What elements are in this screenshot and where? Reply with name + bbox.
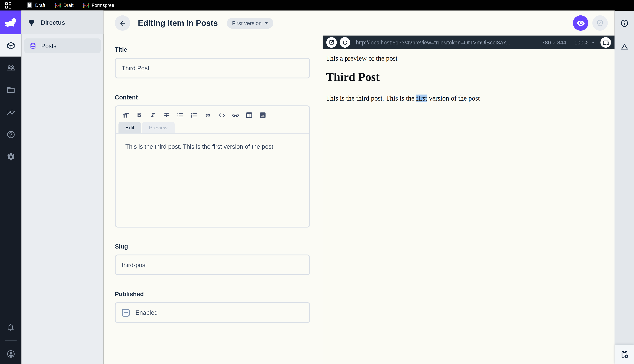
published-field-group: Published Enabled [115, 290, 310, 323]
code-button[interactable] [217, 110, 226, 120]
italic-icon [149, 112, 157, 119]
shield-check-icon [596, 19, 604, 27]
refresh-button[interactable] [340, 37, 350, 48]
content-field-group: Content [115, 94, 310, 227]
info-button[interactable] [620, 19, 629, 29]
back-button[interactable] [115, 16, 130, 31]
bullet-list-icon [177, 112, 184, 119]
responsive-mode-button[interactable] [600, 37, 611, 48]
bold-button[interactable] [134, 110, 144, 120]
changes-button[interactable] [620, 42, 629, 52]
module-settings[interactable] [0, 146, 22, 168]
heading-button[interactable] [121, 110, 130, 120]
heading-icon [122, 111, 129, 119]
preview-heading: Third Post [326, 70, 611, 84]
slug-label: Slug [115, 243, 310, 250]
live-preview-button[interactable] [573, 16, 588, 31]
link-button[interactable] [231, 110, 240, 120]
title-input[interactable]: Third Post [115, 58, 310, 78]
caret-down-icon [265, 22, 268, 24]
permissions-button[interactable] [592, 16, 608, 31]
directus-logo[interactable] [0, 10, 22, 34]
browser-tab[interactable]: 31 Draft [27, 2, 45, 8]
published-label: Published [115, 290, 310, 298]
module-insights[interactable] [0, 101, 22, 123]
sidebar-item-posts[interactable]: Posts [24, 38, 101, 53]
browser-tab[interactable]: Draft [55, 3, 74, 8]
table-button[interactable] [244, 110, 254, 120]
browser-tab-strip: 31 Draft Draft Formspree [0, 0, 634, 10]
slug-input[interactable]: third-post [115, 254, 310, 275]
image-button[interactable] [258, 110, 268, 120]
paragraph-text: This is the third post. This is the [326, 95, 416, 102]
clipboard-clock-icon [620, 350, 629, 359]
page-title: Editing Item in Posts [138, 18, 218, 28]
title-field-group: Title Third Post [115, 46, 310, 78]
open-in-new-button[interactable] [326, 37, 337, 48]
tab-preview[interactable]: Preview [142, 122, 175, 133]
devices-icon [603, 40, 609, 46]
module-content[interactable] [0, 34, 22, 57]
database-icon [30, 42, 37, 49]
module-help[interactable] [0, 123, 22, 146]
editor-tabs: Edit Preview [116, 122, 309, 133]
account-button[interactable] [0, 344, 22, 364]
preview-dimensions: 780 × 844 [542, 40, 566, 46]
highlighted-text: first [416, 95, 427, 102]
version-selector[interactable]: First version [227, 18, 273, 29]
browser-tab[interactable]: Formspree [83, 3, 114, 8]
revisions-button[interactable] [615, 345, 634, 364]
project-logo-icon [28, 18, 36, 26]
italic-button[interactable] [148, 110, 158, 120]
gear-icon [6, 152, 15, 161]
preview-paragraph: This is the third post. This is the firs… [326, 95, 611, 102]
link-icon [231, 111, 239, 119]
divider [5, 340, 16, 340]
checkbox-label: Enabled [136, 309, 158, 316]
blockquote-button[interactable] [203, 110, 213, 120]
cube-icon [6, 41, 15, 50]
browser-tab-label: Formspree [92, 3, 114, 8]
calendar-icon: 31 [27, 2, 32, 8]
triangle-icon [620, 42, 629, 51]
rabbit-icon [3, 17, 18, 27]
live-preview-panel: http://localhost:5173/4?preview=true&tok… [323, 36, 614, 364]
project-header[interactable]: Directus [22, 10, 104, 34]
collection-nav: Posts [22, 34, 104, 57]
svg-text:31: 31 [29, 5, 31, 7]
slug-field-group: Slug third-post [115, 243, 310, 275]
indeterminate-checkbox[interactable] [122, 308, 130, 316]
users-icon [6, 63, 15, 72]
help-icon [6, 130, 15, 139]
preview-intro-text: This a preview of the post [326, 54, 611, 62]
folder-icon [6, 86, 15, 94]
module-files[interactable] [0, 79, 22, 101]
notifications-button[interactable] [0, 317, 22, 337]
preview-document: This a preview of the post Third Post Th… [323, 49, 614, 364]
app-launcher-icon[interactable] [5, 2, 11, 8]
strikethrough-button[interactable] [162, 110, 171, 120]
bell-icon [7, 323, 15, 331]
numbered-list-button[interactable] [189, 110, 199, 120]
browser-tab-label: Draft [64, 3, 74, 8]
gmail-icon [83, 3, 89, 8]
bullet-list-button[interactable] [175, 110, 185, 120]
version-label: First version [232, 20, 262, 26]
bold-icon [136, 112, 143, 119]
table-icon [245, 112, 253, 119]
arrow-left-icon [119, 19, 126, 27]
zoom-selector[interactable]: 100% [574, 40, 595, 46]
page-header: Editing Item in Posts First version [104, 10, 614, 36]
module-users[interactable] [0, 56, 22, 79]
sidebar-item-label: Posts [41, 42, 57, 49]
code-icon [218, 111, 225, 119]
tab-edit[interactable]: Edit [119, 122, 141, 133]
browser-tab-label: Draft [35, 3, 45, 8]
eye-icon [576, 19, 585, 27]
refresh-icon [342, 40, 348, 46]
zoom-level: 100% [574, 40, 588, 46]
strikethrough-icon [163, 112, 170, 119]
preview-url[interactable]: http://localhost:5173/4?preview=true&tok… [356, 40, 536, 46]
content-textarea[interactable]: This is the third post. This is the firs… [116, 134, 309, 227]
title-label: Title [115, 46, 310, 53]
